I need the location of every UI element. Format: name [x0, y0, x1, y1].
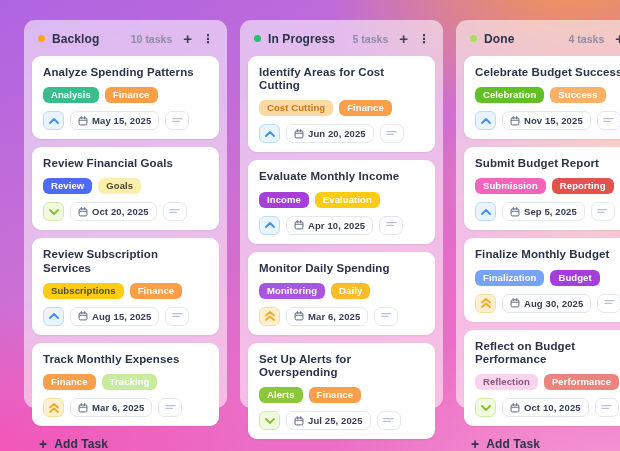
- description-icon: [386, 221, 397, 229]
- task-title: Track Monthly Expenses: [43, 353, 208, 366]
- task-card[interactable]: Evaluate Monthly Income Income Evaluatio…: [248, 160, 435, 243]
- task-card[interactable]: Set Up Alerts for Overspending Alerts Fi…: [248, 343, 435, 439]
- column-header: Backlog 10 tasks + ⋮: [24, 20, 227, 54]
- column-menu-button[interactable]: ⋮: [202, 33, 214, 45]
- card-footer: Oct 20, 2025: [43, 202, 208, 221]
- due-date: Mar 6, 2025: [308, 311, 360, 322]
- tag-row: Reflection Performance: [475, 374, 620, 390]
- calendar-icon: [294, 220, 304, 230]
- task-card[interactable]: Finalize Monthly Budget Finalization Bud…: [464, 238, 620, 321]
- task-card[interactable]: Review Subscription Services Subscriptio…: [32, 238, 219, 334]
- card-footer: Nov 15, 2025: [475, 111, 620, 130]
- description-chip: [380, 124, 404, 143]
- task-title: Evaluate Monthly Income: [259, 170, 424, 183]
- task-title: Submit Budget Report: [475, 157, 620, 170]
- chevron-up-icon: [49, 313, 59, 319]
- card-footer: Mar 6, 2025: [43, 398, 208, 417]
- column-backlog: Backlog 10 tasks + ⋮ Analyze Spending Pa…: [24, 20, 227, 408]
- due-date: Aug 15, 2025: [92, 311, 151, 322]
- tag-row: Finance Tracking: [43, 374, 208, 390]
- tag: Budget: [550, 270, 599, 286]
- card-footer: May 15, 2025: [43, 111, 208, 130]
- status-dot: [254, 35, 261, 42]
- task-title: Review Subscription Services: [43, 248, 208, 274]
- description-icon: [383, 417, 394, 425]
- due-date: Jun 20, 2025: [308, 128, 366, 139]
- tag-row: Analysis Finance: [43, 87, 208, 103]
- add-task-button[interactable]: + Add Task: [456, 426, 620, 451]
- due-date-chip: Sep 5, 2025: [502, 202, 585, 221]
- description-chip: [163, 202, 187, 221]
- description-icon: [169, 208, 180, 216]
- add-task-button[interactable]: + Add Task: [24, 426, 227, 451]
- task-card[interactable]: Analyze Spending Patterns Analysis Finan…: [32, 56, 219, 139]
- tag: Analysis: [43, 87, 99, 103]
- priority-badge: [475, 202, 496, 221]
- task-card[interactable]: Track Monthly Expenses Finance Tracking …: [32, 343, 219, 426]
- card-footer: Sep 5, 2025: [475, 202, 620, 221]
- chevron-up-icon: [481, 118, 491, 124]
- due-date-chip: May 15, 2025: [70, 111, 159, 130]
- task-card[interactable]: Celebrate Budget Success Celebration Suc…: [464, 56, 620, 139]
- tag: Celebration: [475, 87, 544, 103]
- add-task-button[interactable]: + Add Task: [240, 439, 443, 451]
- calendar-icon: [78, 116, 88, 126]
- add-card-button[interactable]: +: [399, 31, 408, 46]
- kebab-menu-icon: ⋮: [202, 33, 214, 45]
- description-icon: [601, 404, 612, 412]
- task-title: Monitor Daily Spending: [259, 262, 424, 275]
- column-menu-button[interactable]: ⋮: [418, 33, 430, 45]
- column-header: In Progress 5 tasks + ⋮: [240, 20, 443, 54]
- tag-row: Cost Cutting Finance: [259, 100, 424, 116]
- task-card[interactable]: Reflect on Budget Performance Reflection…: [464, 330, 620, 426]
- task-card[interactable]: Submit Budget Report Submission Reportin…: [464, 147, 620, 230]
- task-card[interactable]: Monitor Daily Spending Monitoring Daily …: [248, 252, 435, 335]
- card-footer: Oct 10, 2025: [475, 398, 620, 417]
- card-footer: Apr 10, 2025: [259, 216, 424, 235]
- description-chip: [165, 307, 189, 326]
- due-date-chip: Aug 15, 2025: [70, 307, 159, 326]
- tag: Success: [550, 87, 605, 103]
- tag-row: Celebration Success: [475, 87, 620, 103]
- due-date: Sep 5, 2025: [524, 206, 577, 217]
- chevron-down-icon: [49, 209, 59, 215]
- column-title: In Progress: [268, 32, 335, 46]
- card-footer: Aug 30, 2025: [475, 294, 620, 313]
- card-list: Analyze Spending Patterns Analysis Finan…: [24, 54, 227, 426]
- due-date-chip: Mar 6, 2025: [286, 307, 368, 326]
- due-date: Aug 30, 2025: [524, 298, 583, 309]
- due-date: Mar 6, 2025: [92, 402, 144, 413]
- tag: Tracking: [102, 374, 158, 390]
- calendar-icon: [78, 207, 88, 217]
- kanban-board: Backlog 10 tasks + ⋮ Analyze Spending Pa…: [24, 20, 620, 408]
- task-card[interactable]: Identify Areas for Cost Cutting Cost Cut…: [248, 56, 435, 152]
- description-chip: [374, 307, 398, 326]
- tag: Subscriptions: [43, 283, 124, 299]
- tag-row: Income Evaluation: [259, 192, 424, 208]
- kebab-menu-icon: ⋮: [418, 33, 430, 45]
- add-card-button[interactable]: +: [615, 31, 620, 46]
- due-date-chip: Aug 30, 2025: [502, 294, 591, 313]
- description-chip: [595, 398, 619, 417]
- description-icon: [165, 404, 176, 412]
- task-title: Finalize Monthly Budget: [475, 248, 620, 261]
- description-icon: [386, 130, 397, 138]
- chevron-up-icon: [265, 131, 275, 137]
- double-chevron-up-icon: [481, 298, 491, 308]
- plus-icon: +: [471, 437, 479, 451]
- card-list: Identify Areas for Cost Cutting Cost Cut…: [240, 54, 443, 439]
- plus-icon: +: [183, 31, 192, 46]
- due-date: Nov 15, 2025: [524, 115, 583, 126]
- column-title: Backlog: [52, 32, 99, 46]
- task-card[interactable]: Review Financial Goals Review Goals Oct …: [32, 147, 219, 230]
- task-title: Celebrate Budget Success: [475, 66, 620, 79]
- due-date: Oct 10, 2025: [524, 402, 581, 413]
- priority-badge: [259, 216, 280, 235]
- calendar-icon: [294, 311, 304, 321]
- priority-badge: [43, 111, 64, 130]
- task-title: Review Financial Goals: [43, 157, 208, 170]
- tag: Reporting: [552, 178, 614, 194]
- column-task-count: 5 tasks: [353, 33, 389, 45]
- plus-icon: +: [615, 31, 620, 46]
- add-card-button[interactable]: +: [183, 31, 192, 46]
